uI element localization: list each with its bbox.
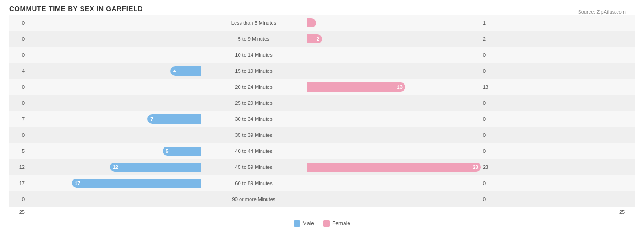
row-label: 10 to 14 Minutes	[201, 52, 307, 58]
female-value: 0	[481, 196, 498, 202]
male-value: 0	[9, 100, 27, 106]
male-bar: 4	[170, 66, 201, 76]
female-value: 23	[481, 164, 498, 170]
row-label: 35 to 39 Minutes	[201, 132, 307, 138]
male-bar: 7	[147, 114, 201, 124]
chart-container: 0Less than 5 Minutes105 to 9 Minutes2201…	[9, 15, 635, 207]
chart-row: 171760 to 89 Minutes0	[9, 175, 635, 191]
row-label: 90 or more Minutes	[201, 196, 307, 202]
female-value: 0	[481, 116, 498, 122]
male-value: 7	[9, 116, 27, 122]
male-bar: 17	[72, 179, 201, 188]
female-bar: 23	[307, 163, 481, 172]
female-bar-area: 13	[307, 82, 481, 92]
legend-male: Male	[294, 220, 314, 227]
male-bar-area: 17	[27, 179, 201, 188]
male-color-box	[294, 220, 300, 227]
female-value: 0	[481, 132, 498, 138]
chart-row: 035 to 39 Minutes0	[9, 127, 635, 143]
chart-row: 121245 to 59 Minutes2323	[9, 159, 635, 175]
row-label: 30 to 34 Minutes	[201, 116, 307, 122]
female-bar-area: 2	[307, 34, 481, 43]
female-bar: 2	[307, 34, 322, 43]
female-color-box	[323, 220, 330, 227]
chart-row: 020 to 24 Minutes1313	[9, 79, 635, 95]
male-label: Male	[302, 220, 314, 227]
male-value: 17	[9, 180, 27, 186]
row-label: 20 to 24 Minutes	[201, 84, 307, 90]
male-value: 0	[9, 52, 27, 58]
female-value: 2	[481, 36, 498, 42]
male-value: 0	[9, 36, 27, 42]
chart-title: COMMUTE TIME BY SEX IN GARFIELD	[9, 5, 635, 12]
female-bar: 13	[307, 82, 405, 92]
male-bar-area: 12	[27, 163, 201, 172]
female-bar	[307, 18, 316, 27]
male-value: 0	[9, 196, 27, 202]
chart-row: 0Less than 5 Minutes1	[9, 15, 635, 31]
male-bar: 5	[163, 147, 201, 156]
female-value: 0	[481, 148, 498, 154]
female-bar-area: 23	[307, 163, 481, 172]
axis-right-label: 25	[617, 209, 635, 215]
chart-row: 7730 to 34 Minutes0	[9, 111, 635, 127]
male-value: 0	[9, 20, 27, 26]
row-label: 60 to 89 Minutes	[201, 180, 307, 186]
axis-left-label: 25	[9, 209, 27, 215]
female-value: 0	[481, 68, 498, 74]
legend: Male Female	[9, 220, 635, 227]
female-value: 0	[481, 52, 498, 58]
male-bar-area: 7	[27, 114, 201, 124]
female-value: 13	[481, 84, 498, 90]
female-value: 1	[481, 20, 498, 26]
row-label: 25 to 29 Minutes	[201, 100, 307, 106]
chart-row: 025 to 29 Minutes0	[9, 95, 635, 111]
row-label: Less than 5 Minutes	[201, 20, 307, 26]
axis-row: 25 25	[9, 207, 635, 217]
row-label: 5 to 9 Minutes	[201, 36, 307, 42]
male-value: 4	[9, 68, 27, 74]
chart-row: 010 to 14 Minutes0	[9, 47, 635, 63]
female-value: 0	[481, 180, 498, 186]
source-label: Source: ZipAtlas.com	[578, 9, 626, 15]
row-label: 15 to 19 Minutes	[201, 68, 307, 74]
row-label: 40 to 44 Minutes	[201, 148, 307, 154]
chart-row: 4415 to 19 Minutes0	[9, 63, 635, 79]
male-value: 5	[9, 148, 27, 154]
female-label: Female	[332, 220, 350, 227]
male-value: 0	[9, 84, 27, 90]
chart-row: 5540 to 44 Minutes0	[9, 143, 635, 159]
male-bar: 12	[110, 163, 201, 172]
male-value: 0	[9, 132, 27, 138]
chart-row: 090 or more Minutes0	[9, 191, 635, 207]
male-bar-area: 5	[27, 147, 201, 156]
male-value: 12	[9, 164, 27, 170]
chart-row: 05 to 9 Minutes22	[9, 31, 635, 47]
female-value: 0	[481, 100, 498, 106]
male-bar-area: 4	[27, 66, 201, 76]
female-bar-area	[307, 18, 481, 27]
legend-female: Female	[323, 220, 350, 227]
row-label: 45 to 59 Minutes	[201, 164, 307, 170]
